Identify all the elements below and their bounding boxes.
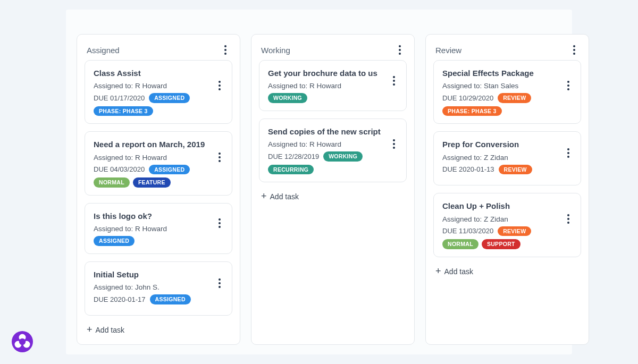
task-due-date: DUE 2020-01-13	[442, 165, 494, 173]
task-assignee: Assigned to: Z Zidan	[442, 215, 572, 223]
task-chips: NORMALFEATURE	[94, 177, 223, 188]
tag-chip: FEATURE	[133, 177, 171, 188]
task-chips: PHASE: PHASE 3	[94, 106, 223, 116]
task-chips: WORKING	[268, 93, 398, 103]
column-menu-button[interactable]	[395, 44, 405, 56]
column: AssignedClass AssistAssigned to: R Howar…	[77, 34, 240, 345]
task-due-row: DUE 01/17/2020ASSIGNED	[94, 93, 223, 103]
task-due-row: DUE 12/28/2019WORKING	[268, 151, 398, 162]
task-due-date: DUE 12/28/2019	[268, 153, 319, 160]
task-due-date: DUE 04/03/2020	[94, 165, 145, 173]
column: WorkingGet your brochure data to usAssig…	[251, 34, 415, 345]
app-logo	[11, 330, 34, 353]
task-due-row: DUE 2020-01-17ASSIGNED	[94, 294, 223, 304]
add-task-label: Add task	[96, 326, 124, 334]
task-assignee: Assigned to: Z Zidan	[442, 154, 572, 162]
task-due-row: DUE 2020-01-13REVIEW	[442, 165, 572, 175]
status-chip: WORKING	[323, 151, 363, 162]
column-menu-button[interactable]	[569, 44, 579, 56]
task-assignee: Assigned to: R Howard	[94, 82, 223, 90]
task-card[interactable]: Special Effects PackageAssigned to: Stan…	[433, 60, 581, 124]
tag-chip: ASSIGNED	[94, 236, 135, 246]
tag-chip: PHASE: PHASE 3	[442, 106, 502, 116]
kanban-board: AssignedClass AssistAssigned to: R Howar…	[66, 10, 572, 355]
tag-chip: NORMAL	[442, 239, 478, 249]
task-title: Send copies of the new script	[268, 126, 398, 137]
task-title: Is this logo ok?	[94, 211, 223, 222]
task-title: Get your brochure data to us	[268, 68, 398, 79]
task-card[interactable]: Send copies of the new scriptAssigned to…	[259, 118, 407, 182]
task-chips: PHASE: PHASE 3	[442, 106, 572, 116]
add-task-label: Add task	[444, 267, 473, 276]
svg-point-4	[19, 338, 26, 345]
plus-icon: +	[87, 325, 93, 334]
board-canvas: AssignedClass AssistAssigned to: R Howar…	[66, 10, 572, 354]
status-chip: ASSIGNED	[149, 165, 190, 175]
task-assignee: Assigned to: John S.	[94, 283, 223, 291]
status-chip: ASSIGNED	[150, 294, 191, 304]
task-assignee: Assigned to: R Howard	[94, 225, 223, 233]
task-assignee: Assigned to: R Howard	[94, 154, 223, 162]
task-title: Clean Up + Polish	[442, 201, 572, 211]
task-due-row: DUE 10/29/2020REVIEW	[442, 93, 572, 103]
tag-chip: NORMAL	[94, 177, 130, 188]
column: ReviewSpecial Effects PackageAssigned to…	[425, 34, 589, 345]
add-task-button[interactable]: +Add task	[85, 323, 232, 337]
column-title: Review	[435, 46, 461, 55]
task-card[interactable]: Need a report on March, 2019Assigned to:…	[85, 131, 232, 195]
status-chip: REVIEW	[498, 93, 531, 103]
task-assignee: Assigned to: Stan Sales	[442, 82, 572, 90]
add-task-button[interactable]: +Add task	[433, 265, 581, 278]
task-due-date: DUE 2020-01-17	[94, 295, 146, 303]
task-due-date: DUE 10/29/2020	[442, 94, 493, 102]
card-menu-button[interactable]	[564, 147, 573, 159]
plus-icon: +	[435, 266, 441, 276]
task-card[interactable]: Get your brochure data to usAssigned to:…	[259, 60, 407, 111]
card-menu-button[interactable]	[215, 217, 224, 229]
task-due-date: DUE 11/03/2020	[442, 227, 493, 235]
task-title: Special Effects Package	[442, 68, 572, 79]
task-card[interactable]: Prep for ConversionAssigned to: Z ZidanD…	[433, 131, 581, 185]
add-task-label: Add task	[270, 192, 299, 201]
card-menu-button[interactable]	[215, 151, 224, 163]
task-title: Prep for Conversion	[442, 139, 572, 150]
column-header: Review	[433, 41, 581, 60]
task-card[interactable]: Is this logo ok?Assigned to: R HowardASS…	[85, 203, 232, 254]
task-card[interactable]: Initial SetupAssigned to: John S.DUE 202…	[85, 261, 232, 316]
card-menu-button[interactable]	[564, 80, 573, 91]
column-title: Assigned	[87, 46, 120, 55]
column-title: Working	[261, 46, 290, 55]
card-menu-button[interactable]	[215, 277, 224, 289]
task-title: Class Assist	[94, 68, 223, 79]
tag-chip: SUPPORT	[482, 239, 521, 249]
task-assignee: Assigned to: R Howard	[268, 82, 398, 90]
column-header: Working	[259, 41, 407, 60]
task-title: Initial Setup	[94, 269, 223, 280]
status-chip: REVIEW	[499, 165, 532, 175]
card-menu-button[interactable]	[389, 75, 399, 87]
column-menu-button[interactable]	[221, 44, 230, 56]
task-due-row: DUE 11/03/2020REVIEW	[442, 226, 572, 236]
task-card[interactable]: Class AssistAssigned to: R HowardDUE 01/…	[85, 60, 232, 124]
task-due-date: DUE 01/17/2020	[94, 94, 145, 102]
tag-chip: WORKING	[268, 93, 307, 103]
tag-chip: PHASE: PHASE 3	[94, 106, 153, 116]
card-menu-button[interactable]	[564, 213, 573, 225]
task-chips: ASSIGNED	[94, 236, 223, 246]
task-assignee: Assigned to: R Howard	[268, 140, 398, 148]
task-title: Need a report on March, 2019	[94, 139, 223, 150]
add-task-button[interactable]: +Add task	[259, 190, 407, 204]
task-chips: NORMALSUPPORT	[442, 239, 572, 249]
task-chips: RECURRING	[268, 165, 398, 175]
card-menu-button[interactable]	[215, 80, 224, 91]
status-chip: REVIEW	[498, 226, 531, 236]
tag-chip: RECURRING	[268, 165, 314, 175]
task-due-row: DUE 04/03/2020ASSIGNED	[94, 165, 223, 175]
column-header: Assigned	[85, 41, 232, 60]
task-card[interactable]: Clean Up + PolishAssigned to: Z ZidanDUE…	[433, 193, 581, 257]
plus-icon: +	[261, 191, 267, 201]
card-menu-button[interactable]	[389, 138, 399, 150]
status-chip: ASSIGNED	[149, 93, 190, 103]
